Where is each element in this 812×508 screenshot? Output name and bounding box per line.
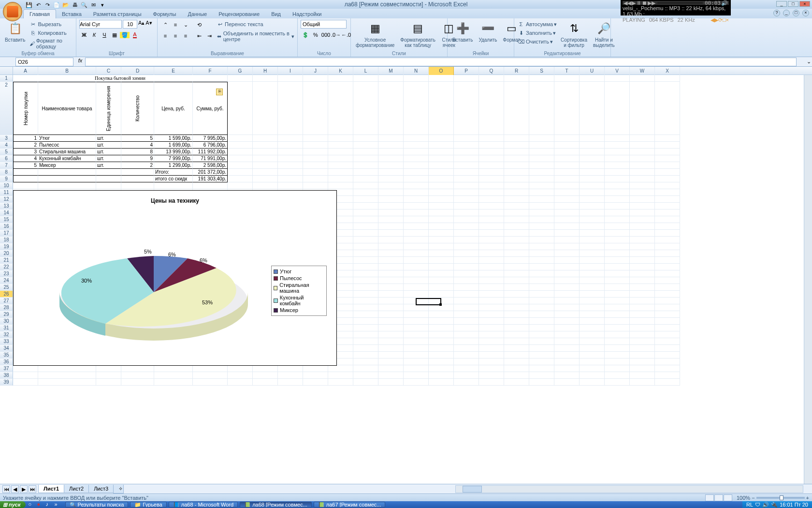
cell-Q20[interactable] (479, 250, 504, 257)
tab-view[interactable]: Вид (265, 10, 287, 18)
cell-U38[interactable] (580, 372, 605, 379)
align-center-icon[interactable]: ≡ (171, 31, 180, 41)
row-header[interactable]: 26 (0, 291, 13, 298)
cell-J5[interactable] (303, 149, 328, 155)
cell-S8[interactable] (529, 169, 554, 176)
cell-P7[interactable] (454, 162, 479, 169)
name-box[interactable] (15, 58, 73, 66)
cell-V22[interactable] (605, 264, 630, 270)
cell-C7[interactable]: шт. (96, 162, 121, 169)
cell-K9[interactable] (328, 176, 353, 182)
taskbar-item[interactable]: 📁Гурьева (130, 502, 166, 508)
cell-A37[interactable] (13, 365, 38, 372)
cell-F8[interactable]: 201 372,00р. (193, 169, 228, 176)
cell-T21[interactable] (554, 257, 580, 264)
cell-P12[interactable] (454, 196, 479, 203)
cell-V24[interactable] (605, 277, 630, 284)
cell-H37[interactable] (253, 365, 278, 372)
cell-E6[interactable]: 7 999,00р. (154, 155, 193, 162)
align-left-icon[interactable]: ≡ (160, 31, 170, 41)
cell-Q39[interactable] (479, 379, 504, 386)
font-name-combo[interactable] (79, 20, 122, 29)
cell-G1[interactable] (228, 75, 253, 82)
cell-M13[interactable] (378, 203, 404, 209)
cell-O23[interactable] (429, 270, 454, 277)
cell-W8[interactable] (630, 169, 655, 176)
row-header[interactable]: 7 (0, 162, 13, 169)
cell-P22[interactable] (454, 264, 479, 270)
cell-R30[interactable] (504, 318, 529, 325)
cell-Q21[interactable] (479, 257, 504, 264)
cell-W11[interactable] (630, 189, 655, 196)
col-header-X[interactable]: X (655, 67, 680, 75)
cell-Q37[interactable] (479, 365, 504, 372)
cell-C6[interactable]: шт. (96, 155, 121, 162)
cell-D7[interactable]: 2 (121, 162, 154, 169)
cell-Q8[interactable] (479, 169, 504, 176)
col-header-D[interactable]: D (121, 67, 154, 75)
cell-P15[interactable] (454, 216, 479, 223)
cell-M10[interactable] (378, 182, 404, 189)
cell-F39[interactable] (193, 379, 228, 386)
cell-U5[interactable] (580, 149, 605, 155)
cell-Q7[interactable] (479, 162, 504, 169)
col-header-V[interactable]: V (605, 67, 630, 75)
cell-U19[interactable] (580, 243, 605, 250)
cell-P31[interactable] (454, 325, 479, 331)
cell-L22[interactable] (353, 264, 378, 270)
cell-K10[interactable] (328, 182, 353, 189)
cell-J6[interactable] (303, 155, 328, 162)
cell-O29[interactable] (429, 311, 454, 318)
cell-B2[interactable]: Наименование товара (38, 82, 96, 135)
cell-O7[interactable] (429, 162, 454, 169)
cell-U28[interactable] (580, 304, 605, 311)
cell-A38[interactable] (13, 372, 38, 379)
cell-M9[interactable] (378, 176, 404, 182)
horizontal-scrollbar[interactable] (455, 485, 803, 493)
cell-V35[interactable] (605, 352, 630, 359)
cell-A8[interactable] (13, 169, 38, 176)
cell-R36[interactable] (504, 359, 529, 365)
cell-B8[interactable] (38, 169, 96, 176)
cell-Q18[interactable] (479, 237, 504, 243)
restore-button[interactable]: □ (793, 10, 799, 16)
row-header[interactable]: 30 (0, 318, 13, 325)
cell-W33[interactable] (630, 338, 655, 345)
cell-V19[interactable] (605, 243, 630, 250)
cell-V8[interactable] (605, 169, 630, 176)
cell-S26[interactable] (529, 291, 554, 298)
col-header-E[interactable]: E (154, 67, 193, 75)
cell-X20[interactable] (655, 250, 680, 257)
cell-P5[interactable] (454, 149, 479, 155)
cell-V18[interactable] (605, 237, 630, 243)
cell-L15[interactable] (353, 216, 378, 223)
cell-D39[interactable] (121, 379, 154, 386)
cell-F37[interactable] (193, 365, 228, 372)
cell-W23[interactable] (630, 270, 655, 277)
cell-L9[interactable] (353, 176, 378, 182)
cell-X11[interactable] (655, 189, 680, 196)
row-header[interactable]: 18 (0, 237, 13, 243)
cell-Q5[interactable] (479, 149, 504, 155)
cell-S22[interactable] (529, 264, 554, 270)
cell-L2[interactable] (353, 82, 378, 135)
cell-M38[interactable] (378, 372, 404, 379)
zoom-slider[interactable] (756, 497, 805, 499)
cell-N38[interactable] (404, 372, 429, 379)
cell-T3[interactable] (554, 135, 580, 142)
cell-M28[interactable] (378, 304, 404, 311)
row-header[interactable]: 37 (0, 365, 13, 372)
sheet-nav-prev-icon[interactable]: ◀ (11, 485, 19, 493)
qat-save-icon[interactable]: 💾 (25, 1, 33, 9)
cell-W36[interactable] (630, 359, 655, 365)
cell-S2[interactable] (529, 82, 554, 135)
cell-X17[interactable] (655, 230, 680, 237)
cell-Q19[interactable] (479, 243, 504, 250)
tab-page-layout[interactable]: Разметка страницы (87, 10, 147, 18)
cell-M33[interactable] (378, 338, 404, 345)
cell-A7[interactable]: 5 (13, 162, 38, 169)
cell-P24[interactable] (454, 277, 479, 284)
cell-O19[interactable] (429, 243, 454, 250)
row-header[interactable]: 11 (0, 189, 13, 196)
cell-O8[interactable] (429, 169, 454, 176)
